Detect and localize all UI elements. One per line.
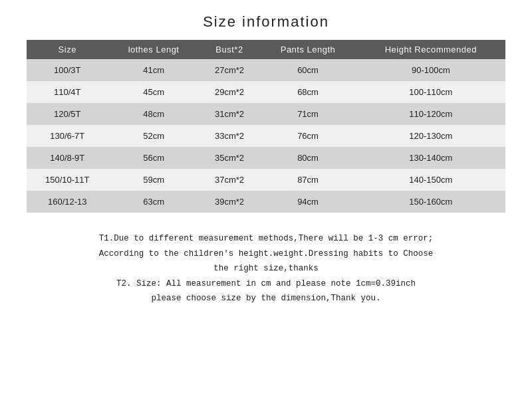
col-header-size: Size <box>27 40 108 59</box>
table-cell: 48cm <box>108 103 200 125</box>
table-cell: 94cm <box>259 191 356 213</box>
note-line-2: According to the children's height.weigh… <box>27 247 505 262</box>
table-cell: 63cm <box>108 191 200 213</box>
table-cell: 60cm <box>259 59 356 81</box>
table-cell: 68cm <box>259 81 356 103</box>
table-cell: 56cm <box>108 147 200 169</box>
table-cell: 120-130cm <box>356 125 505 147</box>
note-line-3: the right size,thanks <box>27 261 505 276</box>
table-cell: 37cm*2 <box>200 169 260 191</box>
table-cell: 90-100cm <box>356 59 505 81</box>
table-cell: 45cm <box>108 81 200 103</box>
table-cell: 130/6-7T <box>27 125 108 147</box>
table-cell: 41cm <box>108 59 200 81</box>
table-header-row: Size lothes Lengt Bust*2 Pants Length He… <box>27 40 505 59</box>
col-header-clothes-length: lothes Lengt <box>108 40 200 59</box>
table-cell: 76cm <box>259 125 356 147</box>
col-header-height: Height Recommended <box>356 40 505 59</box>
table-cell: 35cm*2 <box>200 147 260 169</box>
table-cell: 120/5T <box>27 103 108 125</box>
table-row: 120/5T48cm31cm*271cm110-120cm <box>27 103 505 125</box>
table-cell: 87cm <box>259 169 356 191</box>
col-header-bust: Bust*2 <box>200 40 260 59</box>
table-cell: 33cm*2 <box>200 125 260 147</box>
table-cell: 52cm <box>108 125 200 147</box>
note-line-4: T2. Size: All measurement in cm and plea… <box>27 276 505 292</box>
table-cell: 100-110cm <box>356 81 505 103</box>
table-cell: 31cm*2 <box>200 103 260 125</box>
notes-section: T1.Due to different measurement methods,… <box>27 231 505 306</box>
table-cell: 130-140cm <box>356 147 505 169</box>
table-cell: 39cm*2 <box>200 191 260 213</box>
table-cell: 27cm*2 <box>200 59 260 81</box>
table-cell: 150-160cm <box>356 191 505 213</box>
table-row: 160/12-1363cm39cm*294cm150-160cm <box>27 191 505 213</box>
col-header-pants-length: Pants Length <box>259 40 356 59</box>
table-cell: 140/8-9T <box>27 147 108 169</box>
table-cell: 150/10-11T <box>27 169 108 191</box>
table-cell: 160/12-13 <box>27 191 108 213</box>
table-row: 110/4T45cm29cm*268cm100-110cm <box>27 81 505 103</box>
table-cell: 110-120cm <box>356 103 505 125</box>
page-title: Size information <box>203 13 329 31</box>
table-cell: 110/4T <box>27 81 108 103</box>
table-row: 100/3T41cm27cm*260cm90-100cm <box>27 59 505 81</box>
table-cell: 80cm <box>259 147 356 169</box>
table-cell: 59cm <box>108 169 200 191</box>
note-line-5: please choose size by the dimension,Than… <box>27 291 505 306</box>
table-cell: 140-150cm <box>356 169 505 191</box>
table-cell: 100/3T <box>27 59 108 81</box>
note-line-1: T1.Due to different measurement methods,… <box>27 231 505 247</box>
table-row: 140/8-9T56cm35cm*280cm130-140cm <box>27 147 505 169</box>
table-row: 130/6-7T52cm33cm*276cm120-130cm <box>27 125 505 147</box>
table-cell: 71cm <box>259 103 356 125</box>
table-cell: 29cm*2 <box>200 81 260 103</box>
size-table: Size lothes Lengt Bust*2 Pants Length He… <box>27 40 505 213</box>
table-row: 150/10-11T59cm37cm*287cm140-150cm <box>27 169 505 191</box>
